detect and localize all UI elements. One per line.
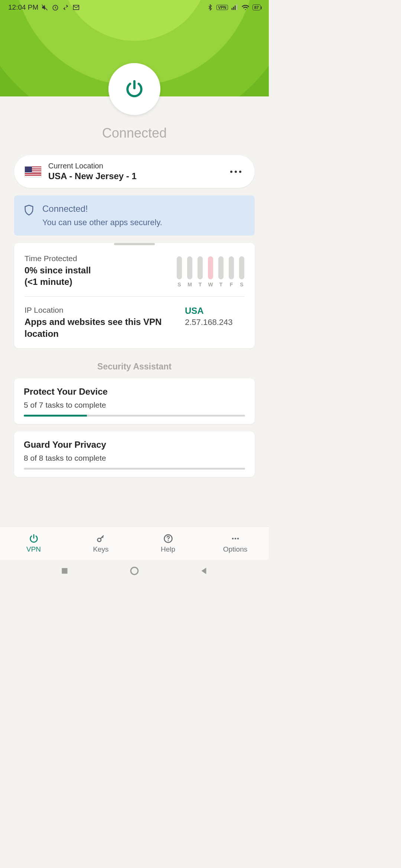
day-label: S [240,282,243,287]
mute-icon [41,4,49,11]
banner-title: Connected! [42,204,245,214]
day-bar [239,256,244,279]
svg-rect-6 [236,4,237,10]
svg-rect-3 [231,8,232,10]
day-bar [208,256,213,279]
sync-icon [62,4,69,11]
svg-point-14 [131,567,138,575]
task-title: Guard Your Privacy [24,440,245,450]
alarm-icon [52,4,59,11]
location-value: USA - New Jersey - 1 [48,171,227,181]
recent-apps-button[interactable] [60,566,69,576]
day-label: M [188,282,192,287]
usa-flag-icon [25,166,42,177]
home-button[interactable] [130,566,139,576]
task-progress [24,468,245,470]
day-bar [187,256,192,279]
day-label: T [219,282,223,287]
gmail-icon [72,4,80,11]
signal-icon [231,4,238,11]
back-button[interactable] [199,566,209,576]
tab-label: Keys [93,545,108,553]
day-label: F [230,282,233,287]
banner-subtitle: You can use other apps securely. [42,218,245,227]
day-label: S [177,282,181,287]
svg-rect-5 [235,6,236,10]
task-subtitle: 5 of 7 tasks to complete [24,401,245,410]
tab-vpn[interactable]: VPN [0,527,67,560]
svg-point-11 [234,537,236,539]
help-icon [163,533,173,544]
key-icon [96,533,106,544]
task-card[interactable]: Guard Your Privacy 8 of 8 tasks to compl… [14,431,255,477]
location-card[interactable]: Current Location USA - New Jersey - 1 [14,155,255,188]
security-assistant-header: Security Assistant [14,362,255,372]
time-protected-value: 0% since install [25,264,177,276]
power-button[interactable] [108,63,160,115]
status-bar: 12:04 PM VPN 87 [0,0,269,15]
system-nav-bar [0,560,269,582]
stats-card[interactable]: Time Protected 0% since install (<1 minu… [14,243,255,348]
time-protected-sub: (<1 minute) [25,276,177,287]
power-icon [29,533,39,544]
svg-rect-4 [233,7,234,10]
ip-location-desc: Apps and websites see this VPN location [25,316,185,339]
tab-label: Options [223,545,247,553]
day-bar [229,256,234,279]
time-protected-label: Time Protected [25,254,177,263]
tab-help[interactable]: Help [134,527,202,560]
day-bar [218,256,224,279]
svg-point-7 [97,538,101,541]
day-bar [177,256,182,279]
tab-keys[interactable]: Keys [67,527,134,560]
svg-point-9 [167,540,169,541]
svg-point-10 [232,537,234,539]
ip-country: USA [185,306,244,316]
day-bar [198,256,203,279]
bottom-tab-bar: VPNKeysHelpOptions [0,526,269,560]
task-subtitle: 8 of 8 tasks to complete [24,454,245,463]
battery-icon: 87 [252,4,261,10]
task-title: Protect Your Device [24,387,245,397]
connection-status-label: Connected [0,125,269,141]
status-banner: Connected! You can use other apps secure… [14,195,255,236]
power-icon [124,79,145,99]
tab-label: VPN [26,545,41,553]
task-progress [24,415,245,417]
more-icon[interactable] [227,168,244,176]
day-label: W [208,282,213,287]
vpn-badge: VPN [216,5,228,10]
week-bars: SMTWTFS [177,254,244,287]
wifi-icon [241,3,250,11]
dots-icon [230,533,241,544]
task-card[interactable]: Protect Your Device 5 of 7 tasks to comp… [14,378,255,424]
tab-options[interactable]: Options [202,527,269,560]
ip-location-label: IP Location [25,306,185,315]
day-label: T [199,282,202,287]
svg-point-12 [237,537,239,539]
status-time: 12:04 PM [8,3,38,11]
svg-rect-13 [62,568,67,573]
tab-label: Help [161,545,175,553]
shield-icon [24,204,34,216]
ip-address: 2.57.168.243 [185,318,244,327]
location-label: Current Location [48,162,227,170]
bluetooth-icon [207,4,213,11]
